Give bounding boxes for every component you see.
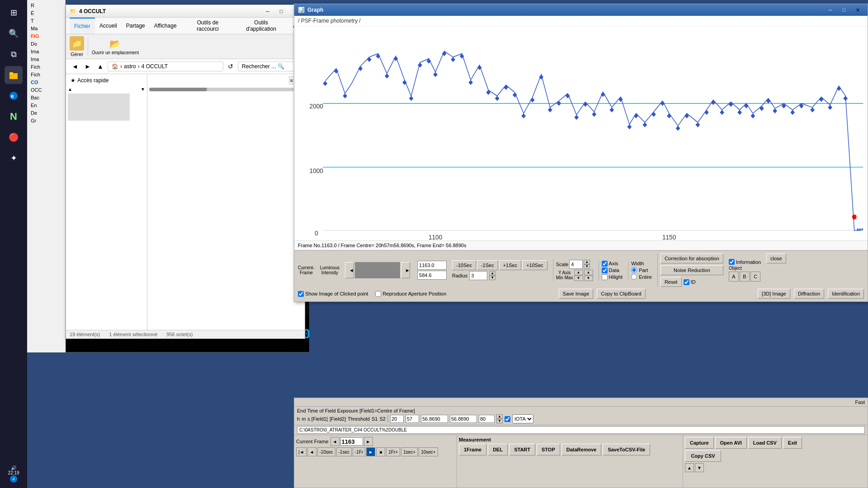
frame-value-input[interactable] (417, 261, 447, 270)
refresh-button[interactable]: ↺ (225, 61, 236, 72)
nav-plus10sec-button[interactable]: 10sec+ (419, 447, 438, 456)
radius-input[interactable] (469, 271, 487, 280)
sidebar-ima[interactable]: Ima (29, 48, 63, 55)
scale-down-button[interactable]: ▼ (584, 264, 590, 269)
capture-button[interactable]: Capture (685, 437, 714, 449)
current-frame-input[interactable] (340, 437, 363, 446)
forward-button[interactable]: ► (82, 61, 93, 72)
app3-icon[interactable]: ✦ (5, 149, 23, 167)
hilight-checkbox-input[interactable] (602, 274, 608, 280)
path-astro[interactable]: astro (124, 63, 136, 70)
radius-down-button[interactable]: ▼ (489, 276, 495, 280)
show-image-checkbox[interactable]: Show Image of Clicked point (298, 291, 368, 297)
graph-close-button[interactable]: ✕ (851, 5, 864, 14)
1frame-button[interactable]: 1Frame (459, 444, 486, 455)
copy-csv-button[interactable]: Copy CSV (685, 450, 721, 462)
frame-prev-track-button[interactable]: ◄ (330, 437, 340, 446)
scroll-left-button[interactable]: ◄ (345, 262, 354, 278)
start-button[interactable]: ⊞ (5, 4, 23, 22)
nav-minus1fr-button[interactable]: -1Fr (353, 447, 365, 456)
nav-minus1sec-button[interactable]: -1sec (336, 447, 352, 456)
yaxis-down-button[interactable]: ▼ (574, 276, 583, 281)
tab-outils-raccourci[interactable]: Outils de raccourci (181, 18, 235, 34)
tree-scroll-track[interactable] (68, 94, 130, 121)
nav-play-button[interactable]: ► (366, 447, 375, 456)
path-occult[interactable]: 4 OCCULT (142, 63, 168, 70)
edge-icon[interactable]: e (5, 87, 23, 105)
sidebar-de[interactable]: De (29, 109, 63, 117)
scrollbar-track[interactable] (355, 262, 400, 278)
stop-button[interactable]: STOP (537, 444, 560, 455)
savetocsv-button[interactable]: SaveToCSV-File (603, 444, 650, 455)
frame-scroll-button[interactable]: ► (364, 437, 373, 446)
axis-checkbox-input[interactable] (602, 261, 608, 267)
task-view-icon[interactable]: ⧉ (5, 45, 23, 63)
reproduce-checkbox-input[interactable] (375, 291, 381, 297)
obj-a-button[interactable]: A (729, 272, 739, 282)
tab-partage[interactable]: Partage (122, 18, 150, 34)
tab-fichier[interactable]: Fichier (70, 18, 95, 34)
plus10sec-button[interactable]: +10Sec (522, 260, 547, 270)
del-button[interactable]: DEL (488, 444, 508, 455)
scroll-down-button[interactable]: ▼ (695, 463, 704, 472)
notification-icon[interactable]: 🔊 22:19 4 (5, 464, 23, 484)
sidebar-e[interactable]: É (29, 9, 63, 17)
minus1sec-button[interactable]: -1Sec (477, 260, 498, 270)
iota-select[interactable]: IOTA (512, 414, 533, 423)
sidebar-bac[interactable]: Bac (29, 94, 63, 101)
minus10sec-button[interactable]: -10Sec (452, 260, 476, 270)
id-checkbox[interactable]: ID (684, 279, 696, 285)
sidebar-type[interactable]: T (29, 17, 63, 24)
scale-up-button[interactable]: ▲ (584, 260, 590, 264)
manage-button[interactable]: 📁 Gérer (70, 36, 84, 57)
app1-icon[interactable]: N (5, 108, 23, 126)
app2-icon[interactable]: 🔴 (5, 128, 23, 146)
scroll-up-button[interactable]: ▲ (685, 463, 694, 472)
data-checkbox[interactable]: Data (602, 267, 623, 273)
sidebar-ima2[interactable]: Ima (29, 56, 63, 63)
tab-affichage[interactable]: Affichage (150, 18, 181, 34)
search-icon[interactable]: 🔍 (5, 24, 23, 42)
tab-accueil[interactable]: Accueil (95, 18, 122, 34)
graph-minimize-button[interactable]: ─ (824, 5, 837, 14)
sidebar-occ[interactable]: OCC (29, 86, 63, 94)
plus1sec-button[interactable]: +1Sec (499, 260, 522, 270)
address-path[interactable]: 🏠 › astro › 4 OCCULT (108, 61, 223, 71)
correction-button[interactable]: Correction for absorption (660, 253, 723, 263)
tab-outils-app[interactable]: Outils d'application (234, 18, 288, 34)
sidebar-fich[interactable]: Fich (29, 63, 63, 70)
hilight-checkbox[interactable]: Hilight (602, 274, 623, 280)
tree-down-button[interactable]: ▼ (141, 87, 145, 92)
diffraction-button[interactable]: Diffraction (794, 289, 824, 299)
intensity-value-input[interactable] (417, 271, 447, 280)
show-image-checkbox-input[interactable] (298, 291, 304, 297)
data-checkbox-input[interactable] (602, 267, 608, 273)
file-content[interactable]: ≡ ⊞ ► (147, 74, 305, 330)
scale-input[interactable] (569, 260, 583, 269)
sidebar-dom[interactable]: Do (29, 40, 63, 47)
nav-plus1sec-button[interactable]: 1sec+ (401, 447, 418, 456)
sidebar-ma[interactable]: Ma (29, 25, 63, 32)
threshold-up-button[interactable]: ▲ (496, 414, 503, 419)
open-avi-button[interactable]: Open AVI (715, 437, 747, 449)
entire-radio-item[interactable]: Entire (631, 274, 652, 280)
tree-up-button[interactable]: ▲ (68, 87, 72, 92)
obj-c-button[interactable]: C (750, 272, 760, 282)
information-checkbox-input[interactable] (729, 259, 735, 265)
3d-image-button[interactable]: [3D] Image (758, 289, 790, 299)
threshold-checkbox[interactable] (505, 416, 510, 422)
noise-reduction-button[interactable]: Noise Reduction (660, 265, 723, 275)
nav-prev-button[interactable]: ◄ (307, 447, 316, 456)
up-button[interactable]: ▲ (95, 61, 106, 72)
scroll-right-button[interactable]: ► (401, 262, 410, 278)
search-box[interactable]: Rechercher ... 🔍 (238, 61, 301, 71)
yaxis-max-up-button[interactable]: ▲ (584, 270, 593, 275)
identification-button[interactable]: Identification (828, 289, 864, 299)
yaxis-max-down-button[interactable]: ▼ (584, 276, 593, 281)
load-csv-button[interactable]: Load CSV (748, 437, 782, 449)
sidebar-r[interactable]: R (29, 2, 63, 9)
nav-plus1fr-button[interactable]: 1Fr+ (386, 447, 400, 456)
axis-checkbox[interactable]: Axis (602, 261, 623, 267)
yaxis-up-button[interactable]: ▲ (574, 270, 583, 275)
reproduce-checkbox[interactable]: Reproduce Aperture Position (375, 291, 446, 297)
